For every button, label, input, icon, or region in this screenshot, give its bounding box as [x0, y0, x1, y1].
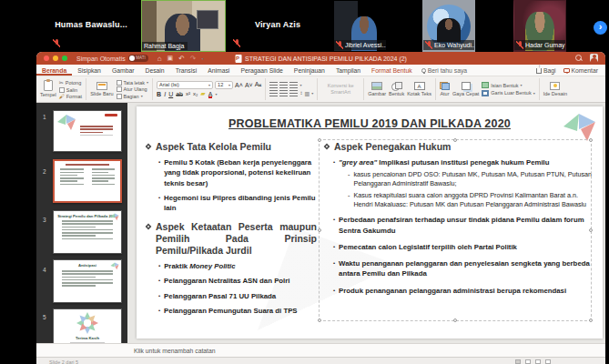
subscript-button[interactable]: x₂ [193, 91, 198, 96]
participant-tile-jibriel[interactable]: Jibriel Avessi... [333, 0, 387, 52]
arrange-button[interactable]: Atur [440, 82, 450, 96]
slide-canvas[interactable]: PROBLEMATIKA PEMILU 2019 DAN PILKADA 202… [137, 106, 603, 339]
bold-button[interactable]: B [157, 91, 161, 97]
tab-sisipkan[interactable]: Sisipkan [72, 65, 107, 76]
meeting-video-strip: Humas Bawaslu... Rahmat Bagja Viryan Azi… [0, 0, 609, 52]
section-button[interactable]: Bagian▾ [117, 94, 149, 99]
tab-animasi[interactable]: Animasi [202, 65, 235, 76]
document-icon [235, 55, 241, 63]
shrink-font-button[interactable]: A˅ [245, 82, 253, 88]
redo-icon[interactable]: ↷ [190, 55, 197, 63]
shape-fill-button[interactable]: Isian Bentuk▾ [482, 82, 534, 88]
save-icon[interactable]: ▣ [167, 55, 174, 62]
clipboard-icon [44, 80, 53, 91]
clear-format-button[interactable]: A𝄪 [255, 81, 262, 88]
resize-handle[interactable] [318, 138, 321, 142]
minimize-window-icon[interactable] [53, 56, 58, 61]
layout-button[interactable]: Tata letak▾ [117, 80, 149, 86]
next-participants-button[interactable]: › [594, 21, 607, 35]
zoom-window-icon[interactable] [62, 56, 67, 61]
traffic-lights[interactable] [44, 56, 67, 61]
numbering-button[interactable] [279, 82, 288, 88]
font-name-select[interactable]: Arial (Isi)▾ [157, 81, 213, 89]
thumb-number: 2 [43, 168, 46, 175]
tab-peninjauan[interactable]: Peninjauan [289, 65, 330, 76]
slideshow-icon[interactable] [545, 359, 551, 364]
resize-handle[interactable] [453, 318, 457, 322]
strikethrough-button[interactable]: ab [176, 91, 183, 97]
grow-font-button[interactable]: A˄ [235, 82, 243, 88]
resize-handle[interactable] [589, 318, 593, 322]
slide-thumbnail-4[interactable]: Antisipasi [53, 259, 122, 303]
account-avatar[interactable] [590, 54, 598, 62]
slide-thumbnail-1[interactable] [53, 110, 122, 152]
resize-handle[interactable] [318, 228, 321, 232]
slide-thumbnail-3[interactable]: Strategi Pemilu dan Pilkada 2024 [53, 210, 122, 254]
notes-pane[interactable]: Klik untuk menambah catatan [36, 343, 605, 357]
paste-button[interactable]: Tempel [40, 80, 56, 97]
tab-tampilan[interactable]: Tampilan [330, 65, 366, 76]
quick-styles-button[interactable]: Gaya Cepat [452, 82, 479, 96]
insert-picture-button[interactable]: Gambar [368, 82, 386, 96]
italic-button[interactable]: I [164, 91, 166, 97]
align-right-button[interactable] [289, 90, 298, 96]
shape-outline-button[interactable]: Garis Luar Bentuk▾ [482, 90, 534, 96]
slide-sorter-icon[interactable] [525, 359, 531, 364]
new-slide-button[interactable]: Slide Baru [90, 82, 113, 96]
slide-thumbnail-5[interactable]: Terima Kasih [53, 308, 122, 343]
participant-tile-viryan[interactable]: Viryan Azis [228, 0, 328, 52]
textbox-label: Kotak Teks [407, 91, 431, 96]
bullet-item: Praktik Money Politic [164, 261, 235, 271]
toolbar-caret-icon[interactable]: ▾ [202, 56, 204, 61]
reading-view-icon[interactable] [535, 359, 541, 364]
participant-tile-humas[interactable]: Humas Bawaslu... [46, 0, 137, 52]
comments-button[interactable]: Komentar [563, 67, 598, 74]
tab-desain[interactable]: Desain [139, 65, 169, 76]
participant-tile-eko[interactable]: Eko Wahyudi... [422, 0, 475, 52]
copy-button[interactable]: Salin [59, 87, 82, 93]
normal-view-icon[interactable] [515, 359, 521, 364]
underline-button[interactable]: U [168, 91, 173, 97]
cut-button[interactable]: ✂Potong [59, 79, 82, 86]
columns-button[interactable]: ▥ [304, 90, 310, 96]
slide-thumbnail-2-selected[interactable] [53, 159, 122, 203]
align-center-button[interactable] [279, 90, 288, 96]
font-color-button[interactable]: A [208, 91, 213, 97]
tell-me-button[interactable]: Beri tahu saya [418, 67, 467, 74]
reset-button[interactable]: Atur Ulang [117, 86, 149, 92]
slide-title[interactable]: PROBLEMATIKA PEMILU 2019 DAN PILKADA 202… [137, 117, 603, 130]
format-painter-button[interactable]: 🖌Format [59, 94, 82, 99]
undo-icon[interactable]: ↶ [178, 55, 185, 63]
tab-transisi[interactable]: Transisi [170, 65, 203, 76]
font-size-value: 12 [218, 82, 223, 87]
font-size-select[interactable]: 12▾ [215, 81, 233, 89]
align-left-button[interactable] [269, 90, 278, 96]
slide-left-column[interactable]: Aspek Tata Kelola Pemilu ▪Pemilu 5 Kotak… [146, 141, 317, 316]
slide-right-column[interactable]: Aspek Penegakan Hukum •"grey area" Impli… [324, 141, 594, 296]
tab-format-bentuk[interactable]: Format Bentuk [366, 65, 418, 76]
participant-tile-hadar[interactable]: Hadar Gumay [513, 0, 566, 52]
slide-thumbnail-panel[interactable]: 1 2 3 [36, 103, 127, 343]
search-icon[interactable] [575, 55, 583, 62]
tab-peragaan-slide[interactable]: Peragaan Slide [235, 65, 288, 76]
line-spacing-button[interactable]: ↕ [299, 90, 302, 96]
tab-gambar[interactable]: Gambar [107, 65, 140, 76]
autosave-toggle[interactable]: MATI [128, 55, 148, 62]
insert-textbox-button[interactable]: AKotak Teks [407, 82, 431, 96]
window-titlebar: Simpan Otomatis MATI ⌂ ▣ ↶ ↷ ▾ STRATEGI … [36, 52, 605, 65]
home-icon[interactable]: ⌂ [157, 55, 162, 63]
slide-editor[interactable]: PROBLEMATIKA PEMILU 2019 DAN PILKADA 202… [127, 103, 605, 343]
share-button[interactable]: Bagi [536, 66, 556, 74]
insert-shape-button[interactable]: Bentuk [389, 82, 404, 96]
convert-smartart-button[interactable]: Konversi ke SmartArt [321, 83, 360, 95]
indent-button[interactable] [289, 82, 298, 88]
bullets-button[interactable] [269, 82, 278, 88]
highlight-button[interactable]: ▰ [200, 90, 205, 97]
tab-beranda[interactable]: Beranda [36, 65, 72, 76]
section-label: Bagian [124, 94, 139, 99]
close-window-icon[interactable] [44, 56, 49, 61]
superscript-button[interactable]: x² [186, 91, 190, 96]
design-ideas-button[interactable]: Ide Desain [543, 82, 567, 96]
participant-tile-rahmat[interactable]: Rahmat Bagja [141, 0, 226, 52]
notes-placeholder[interactable]: Klik untuk menambah catatan [134, 348, 216, 354]
